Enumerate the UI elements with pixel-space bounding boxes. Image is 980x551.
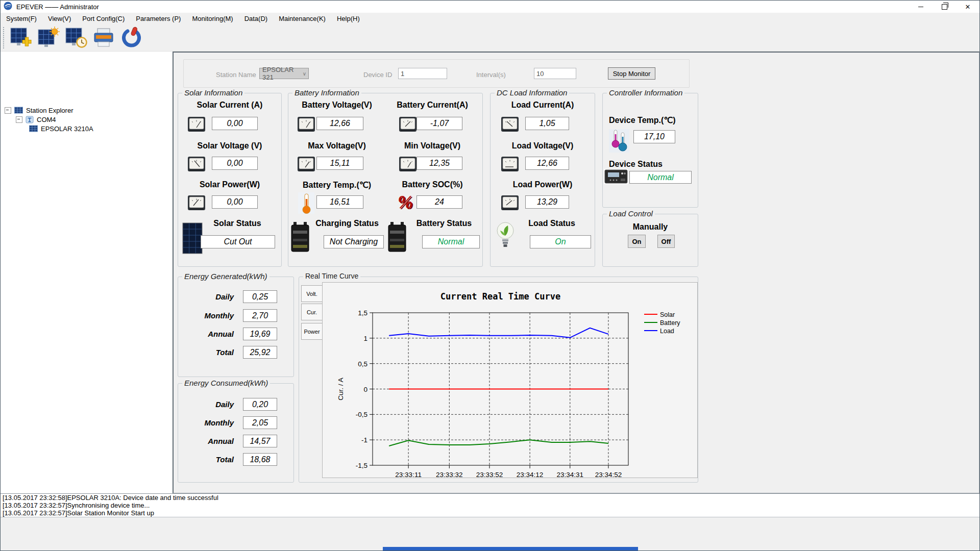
energy-consumed-panel: Energy Consumed(kWh) Daily 0,20 Monthly … [178,383,294,483]
station-sun-icon[interactable] [36,26,61,49]
load-voltage-label: Load Voltage(V) [491,141,595,151]
menu-maintenance[interactable]: Maintenance(K) [273,13,331,24]
battery-current-value: -1,07 [416,117,462,130]
tree-node-station-explorer[interactable]: Station Explorer [5,106,74,115]
svg-text:Cur. / A: Cur. / A [337,378,345,400]
stop-monitor-button[interactable]: Stop Monitor [608,67,655,80]
battery-information-panel: Battery Information Battery Voltage(V) B… [288,93,483,267]
daily-generated-value: 0,25 [243,290,277,303]
interval-input[interactable] [534,68,576,79]
solar-status-label: Solar Status [193,219,281,228]
dc-load-information-panel: DC Load Information Load Current(A) 1,05… [490,93,595,267]
device-status-label: Device Status [609,160,692,169]
taskbar-highlight [383,547,638,551]
menu-help[interactable]: Help(H) [331,13,365,24]
tree-label-port: COM4 [37,116,56,123]
log-panel: [13.05.2017 23:32:58]EPSOLAR 3210A: Devi… [1,493,980,517]
charging-status-value: Not Charging [324,235,384,248]
menu-monitoring[interactable]: Monitoring(M) [186,13,238,24]
collapse-icon[interactable] [5,107,11,114]
monthly-consumed-value: 2,05 [243,416,277,429]
battery-status-label: Battery Status [408,219,480,228]
thermometers-icon [608,128,630,154]
max-voltage-value: 15,11 [316,157,363,170]
station-name-combo[interactable]: EPSOLAR 321 ∨ [259,68,309,79]
thermometer-icon [297,191,315,215]
tab-volt[interactable]: Volt. [301,285,323,302]
solar-status-value: Cut Out [201,235,275,248]
menu-view[interactable]: View(V) [42,13,77,24]
tab-cur[interactable]: Cur. [301,304,323,320]
menu-bar: System(F) View(V) Port Config(C) Paramet… [1,13,979,24]
svg-text:23:34:52: 23:34:52 [595,471,622,478]
collapse-icon[interactable] [16,116,22,123]
menu-parameters[interactable]: Parameters (P) [130,13,186,24]
battery-status-value: Normal [422,235,480,248]
station-clock-icon[interactable] [64,26,88,49]
log-line: [13.05.2017 23:32:58]EPSOLAR 3210A: Devi… [1,494,980,502]
load-voltage-value: 12,66 [525,157,569,170]
svg-text:23:34:31: 23:34:31 [556,471,583,478]
annual-generated-value: 19,69 [243,328,277,340]
close-button[interactable]: ✕ [956,1,979,13]
svg-text:0: 0 [363,386,368,393]
station-explorer-tree: Station Explorer COM4 EPSOLAR 3210A [1,52,173,493]
svg-text:1: 1 [363,335,368,342]
real-time-curve-title: Real Time Curve [303,272,360,280]
svg-text:23:33:32: 23:33:32 [436,471,463,478]
monitor-settings-bar: Station Name EPSOLAR 321 ∨ Device ID Int… [183,59,690,88]
menu-port-config[interactable]: Port Config(C) [77,13,130,24]
svg-text:-1: -1 [361,436,368,444]
restore-button[interactable] [933,1,956,13]
menu-data[interactable]: Data(D) [239,13,274,24]
manually-label: Manually [615,222,686,232]
battery-icon [290,221,310,253]
interval-label: Interval(s) [476,71,506,79]
meter-icon [186,114,207,134]
tree-node-device[interactable]: EPSOLAR 3210A [29,124,93,133]
battery-temp-value: 16,51 [316,195,363,209]
solar-panel-icon [29,125,38,132]
menu-system[interactable]: System(F) [1,13,42,24]
battery-current-label: Battery Current(A) [386,101,478,110]
window-title: EPEVER —— Administrator [16,3,99,11]
monthly-label: Monthly [185,311,234,320]
load-current-label: Load Current(A) [491,101,595,110]
solar-power-label: Solar Power(W) [178,180,281,189]
battery-soc-value: 24 [416,195,462,209]
total-generated-value: 25,92 [243,346,277,359]
dc-load-panel-title: DC Load Information [495,88,569,97]
svg-text:Solar: Solar [660,311,675,318]
svg-text:Battery: Battery [660,319,680,327]
device-id-input[interactable] [398,68,447,79]
solar-current-value: 0,00 [212,117,258,130]
meter-icon [186,154,207,174]
total-label: Total [185,348,234,357]
daily-consumed-value: 0,20 [243,398,277,411]
station-name-label: Station Name [216,71,256,79]
power-icon[interactable] [119,26,143,49]
minimize-button[interactable] [909,1,933,13]
tree-label-device: EPSOLAR 3210A [41,125,93,133]
load-power-value: 13,29 [525,195,569,209]
load-on-button[interactable]: On [628,235,646,248]
tab-power[interactable]: Power [301,323,323,340]
app-window: EPEVER —— Administrator ✕ System(F) View… [0,0,980,551]
annual-label: Annual [185,330,234,338]
battery-voltage-label: Battery Voltage(V) [288,101,385,110]
controller-device-icon [604,169,628,184]
load-status-label: Load Status [511,219,593,228]
load-off-button[interactable]: Off [657,235,675,248]
station-name-value: EPSOLAR 321 [262,66,303,81]
battery-soc-label: Battery SOC(%) [386,180,478,189]
daily-label: Daily [185,400,234,409]
add-station-icon[interactable] [9,26,33,49]
tree-node-com4[interactable]: COM4 [16,115,56,124]
toolbar-drag-handle[interactable] [3,27,6,48]
device-temp-value: 17,10 [633,130,675,143]
solar-panel-title: Solar Information [182,88,244,97]
svg-text:23:34:12: 23:34:12 [517,471,544,478]
energy-consumed-title: Energy Consumed(kWh) [182,379,270,387]
print-icon[interactable] [91,26,116,49]
solar-current-label: Solar Current (A) [178,101,281,110]
